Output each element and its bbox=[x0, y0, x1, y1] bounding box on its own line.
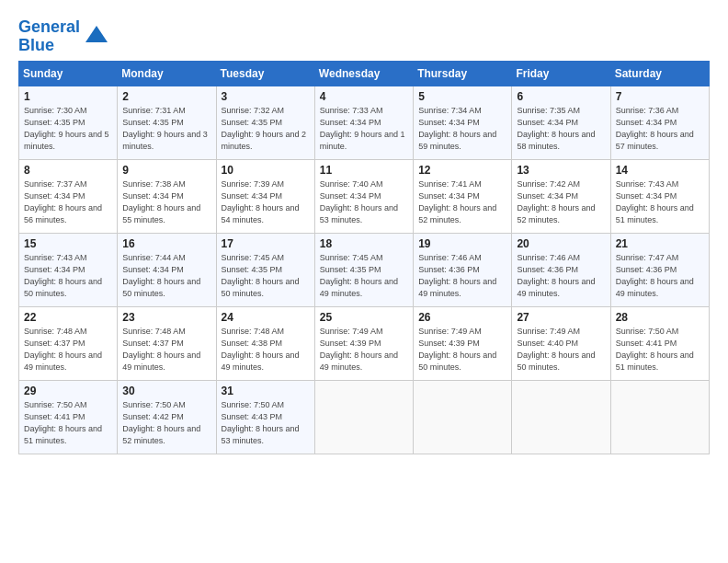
day-number: 16 bbox=[122, 237, 210, 250]
day-number: 13 bbox=[517, 164, 605, 177]
day-number: 10 bbox=[222, 164, 310, 177]
day-info: Sunrise: 7:46 AMSunset: 4:36 PMDaylight:… bbox=[418, 252, 506, 300]
calendar-cell: 18Sunrise: 7:45 AMSunset: 4:35 PMDayligh… bbox=[314, 233, 413, 306]
calendar-cell: 4Sunrise: 7:33 AMSunset: 4:34 PMDaylight… bbox=[314, 86, 413, 159]
week-row-2: 8Sunrise: 7:37 AMSunset: 4:34 PMDaylight… bbox=[19, 159, 710, 233]
day-number: 7 bbox=[616, 90, 704, 103]
calendar-cell: 13Sunrise: 7:42 AMSunset: 4:34 PMDayligh… bbox=[512, 159, 610, 233]
week-row-3: 15Sunrise: 7:43 AMSunset: 4:34 PMDayligh… bbox=[19, 233, 710, 306]
day-info: Sunrise: 7:46 AMSunset: 4:36 PMDaylight:… bbox=[517, 252, 605, 300]
logo-blue: Blue bbox=[18, 36, 54, 54]
calendar-cell: 5Sunrise: 7:34 AMSunset: 4:34 PMDaylight… bbox=[414, 86, 512, 159]
day-number: 28 bbox=[616, 311, 704, 324]
day-number: 31 bbox=[222, 385, 310, 397]
calendar-cell: 22Sunrise: 7:48 AMSunset: 4:37 PMDayligh… bbox=[19, 306, 118, 380]
calendar-cell: 2Sunrise: 7:31 AMSunset: 4:35 PMDaylight… bbox=[118, 86, 216, 159]
day-info: Sunrise: 7:34 AMSunset: 4:34 PMDaylight:… bbox=[418, 105, 506, 153]
calendar-cell: 15Sunrise: 7:43 AMSunset: 4:34 PMDayligh… bbox=[19, 233, 118, 306]
calendar-cell bbox=[512, 380, 610, 454]
day-number: 4 bbox=[320, 90, 408, 103]
logo-general: General bbox=[18, 17, 80, 36]
day-info: Sunrise: 7:43 AMSunset: 4:34 PMDaylight:… bbox=[616, 178, 704, 226]
day-number: 24 bbox=[222, 311, 310, 324]
calendar-cell bbox=[314, 380, 413, 454]
day-info: Sunrise: 7:50 AMSunset: 4:41 PMDaylight:… bbox=[24, 399, 112, 447]
calendar-cell: 28Sunrise: 7:50 AMSunset: 4:41 PMDayligh… bbox=[610, 306, 709, 380]
weekday-header-thursday: Thursday bbox=[414, 61, 512, 86]
calendar-cell: 1Sunrise: 7:30 AMSunset: 4:35 PMDaylight… bbox=[19, 86, 118, 159]
week-row-4: 22Sunrise: 7:48 AMSunset: 4:37 PMDayligh… bbox=[19, 306, 710, 380]
day-info: Sunrise: 7:33 AMSunset: 4:34 PMDaylight:… bbox=[320, 105, 408, 153]
day-info: Sunrise: 7:48 AMSunset: 4:38 PMDaylight:… bbox=[222, 326, 310, 373]
day-info: Sunrise: 7:38 AMSunset: 4:34 PMDaylight:… bbox=[122, 178, 210, 226]
weekday-header-wednesday: Wednesday bbox=[314, 61, 413, 86]
week-row-1: 1Sunrise: 7:30 AMSunset: 4:35 PMDaylight… bbox=[19, 86, 710, 159]
day-info: Sunrise: 7:39 AMSunset: 4:34 PMDaylight:… bbox=[222, 178, 310, 226]
svg-marker-0 bbox=[85, 26, 108, 42]
day-info: Sunrise: 7:49 AMSunset: 4:40 PMDaylight:… bbox=[517, 326, 605, 373]
calendar-cell: 23Sunrise: 7:48 AMSunset: 4:37 PMDayligh… bbox=[118, 306, 216, 380]
calendar-cell: 29Sunrise: 7:50 AMSunset: 4:41 PMDayligh… bbox=[19, 380, 118, 454]
day-info: Sunrise: 7:45 AMSunset: 4:35 PMDaylight:… bbox=[222, 252, 310, 300]
day-number: 14 bbox=[616, 164, 704, 177]
day-info: Sunrise: 7:50 AMSunset: 4:42 PMDaylight:… bbox=[122, 399, 210, 447]
day-info: Sunrise: 7:49 AMSunset: 4:39 PMDaylight:… bbox=[320, 326, 408, 373]
day-number: 6 bbox=[517, 90, 605, 103]
day-info: Sunrise: 7:37 AMSunset: 4:34 PMDaylight:… bbox=[24, 178, 112, 226]
calendar-cell: 6Sunrise: 7:35 AMSunset: 4:34 PMDaylight… bbox=[512, 86, 610, 159]
weekday-header-friday: Friday bbox=[512, 61, 610, 86]
day-info: Sunrise: 7:32 AMSunset: 4:35 PMDaylight:… bbox=[222, 105, 310, 153]
day-number: 27 bbox=[517, 311, 605, 324]
logo: General Blue bbox=[18, 18, 109, 55]
calendar-cell: 12Sunrise: 7:41 AMSunset: 4:34 PMDayligh… bbox=[414, 159, 512, 233]
calendar-cell: 27Sunrise: 7:49 AMSunset: 4:40 PMDayligh… bbox=[512, 306, 610, 380]
day-info: Sunrise: 7:42 AMSunset: 4:34 PMDaylight:… bbox=[517, 178, 605, 226]
day-info: Sunrise: 7:48 AMSunset: 4:37 PMDaylight:… bbox=[122, 326, 210, 373]
day-info: Sunrise: 7:50 AMSunset: 4:43 PMDaylight:… bbox=[222, 399, 310, 447]
weekday-header-row: SundayMondayTuesdayWednesdayThursdayFrid… bbox=[19, 61, 710, 86]
calendar-cell: 8Sunrise: 7:37 AMSunset: 4:34 PMDaylight… bbox=[19, 159, 118, 233]
calendar-cell bbox=[414, 380, 512, 454]
weekday-header-saturday: Saturday bbox=[610, 61, 709, 86]
day-number: 12 bbox=[418, 164, 506, 177]
calendar-page: General Blue SundayMondayTuesdayWednesda… bbox=[0, 0, 728, 563]
day-number: 9 bbox=[122, 164, 210, 177]
calendar-cell: 30Sunrise: 7:50 AMSunset: 4:42 PMDayligh… bbox=[118, 380, 216, 454]
calendar-cell: 17Sunrise: 7:45 AMSunset: 4:35 PMDayligh… bbox=[216, 233, 314, 306]
day-info: Sunrise: 7:36 AMSunset: 4:34 PMDaylight:… bbox=[616, 105, 704, 153]
day-number: 2 bbox=[122, 90, 210, 103]
day-number: 17 bbox=[222, 237, 310, 250]
day-info: Sunrise: 7:35 AMSunset: 4:34 PMDaylight:… bbox=[517, 105, 605, 153]
day-info: Sunrise: 7:31 AMSunset: 4:35 PMDaylight:… bbox=[122, 105, 210, 153]
day-info: Sunrise: 7:49 AMSunset: 4:39 PMDaylight:… bbox=[418, 326, 506, 373]
weekday-header-sunday: Sunday bbox=[19, 61, 118, 86]
day-number: 11 bbox=[320, 164, 408, 177]
day-number: 22 bbox=[24, 311, 112, 324]
week-row-5: 29Sunrise: 7:50 AMSunset: 4:41 PMDayligh… bbox=[19, 380, 710, 454]
calendar-cell: 26Sunrise: 7:49 AMSunset: 4:39 PMDayligh… bbox=[414, 306, 512, 380]
calendar-cell: 25Sunrise: 7:49 AMSunset: 4:39 PMDayligh… bbox=[314, 306, 413, 380]
day-number: 8 bbox=[24, 164, 112, 177]
day-number: 5 bbox=[418, 90, 506, 103]
calendar-cell: 20Sunrise: 7:46 AMSunset: 4:36 PMDayligh… bbox=[512, 233, 610, 306]
calendar-cell: 21Sunrise: 7:47 AMSunset: 4:36 PMDayligh… bbox=[610, 233, 709, 306]
calendar-cell: 14Sunrise: 7:43 AMSunset: 4:34 PMDayligh… bbox=[610, 159, 709, 233]
header: General Blue bbox=[18, 15, 710, 55]
day-info: Sunrise: 7:45 AMSunset: 4:35 PMDaylight:… bbox=[320, 252, 408, 300]
day-number: 3 bbox=[222, 90, 310, 103]
day-number: 30 bbox=[122, 385, 210, 397]
day-number: 18 bbox=[320, 237, 408, 250]
day-info: Sunrise: 7:41 AMSunset: 4:34 PMDaylight:… bbox=[418, 178, 506, 226]
day-info: Sunrise: 7:30 AMSunset: 4:35 PMDaylight:… bbox=[24, 105, 112, 153]
day-info: Sunrise: 7:50 AMSunset: 4:41 PMDaylight:… bbox=[616, 326, 704, 373]
weekday-header-tuesday: Tuesday bbox=[216, 61, 314, 86]
day-number: 20 bbox=[517, 237, 605, 250]
calendar-cell: 16Sunrise: 7:44 AMSunset: 4:34 PMDayligh… bbox=[118, 233, 216, 306]
calendar-cell: 10Sunrise: 7:39 AMSunset: 4:34 PMDayligh… bbox=[216, 159, 314, 233]
day-number: 1 bbox=[24, 90, 112, 103]
day-number: 26 bbox=[418, 311, 506, 324]
day-number: 19 bbox=[418, 237, 506, 250]
day-number: 15 bbox=[24, 237, 112, 250]
day-info: Sunrise: 7:43 AMSunset: 4:34 PMDaylight:… bbox=[24, 252, 112, 300]
calendar-cell: 24Sunrise: 7:48 AMSunset: 4:38 PMDayligh… bbox=[216, 306, 314, 380]
